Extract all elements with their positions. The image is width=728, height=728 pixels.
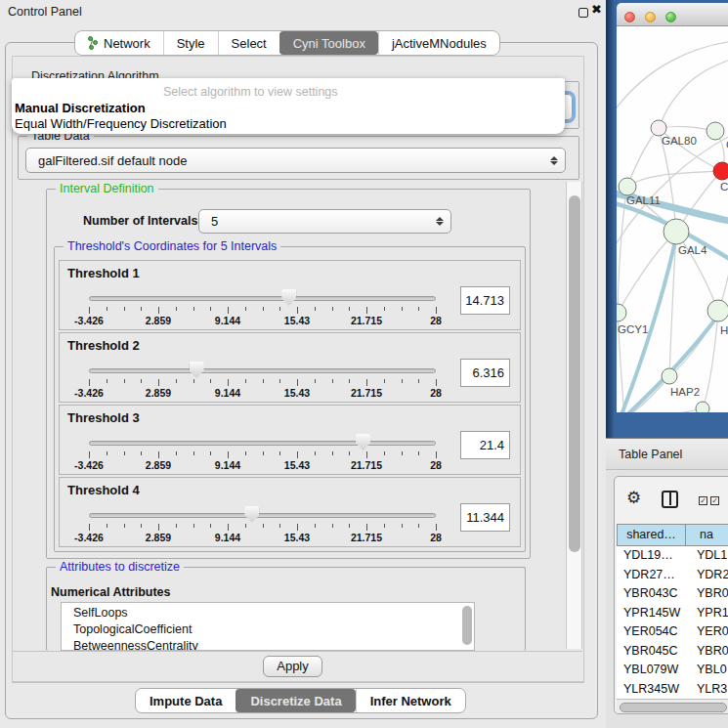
column-header-shared-name[interactable]: shared… [617, 524, 686, 546]
table-hscrollbar-thumb[interactable] [620, 703, 727, 712]
slider-tick [228, 307, 229, 314]
column-header-name[interactable]: na [686, 524, 728, 546]
attribute-list-item[interactable]: BetweennessCentrality [73, 639, 198, 651]
slider-tick [402, 307, 403, 311]
list-scrollbar-thumb[interactable] [462, 606, 472, 645]
close-icon[interactable]: ✖ [591, 2, 602, 17]
bottom-tabbar: Impute DataDiscretize DataInfer Network [135, 688, 466, 713]
network-node-h[interactable] [707, 300, 728, 321]
checkbox-icon[interactable]: ✓ [699, 496, 707, 505]
threshold-value-field[interactable]: 11.344 [460, 503, 510, 532]
slider-tick [210, 379, 211, 383]
slider-scale-label: 28 [430, 387, 442, 399]
network-node-gal11[interactable] [619, 178, 636, 195]
threshold-label: Threshold 1 [67, 266, 140, 280]
dropdown-item-equal-width[interactable]: Equal Width/Frequency Discretization [15, 116, 227, 131]
close-traffic-light[interactable] [624, 12, 635, 22]
column-layout-icon[interactable] [662, 491, 678, 508]
slider-tick [141, 379, 142, 383]
table-row[interactable]: YPR145WYPR1 [617, 604, 728, 623]
slider-tick [402, 451, 403, 455]
table-hscrollbar[interactable] [617, 699, 728, 714]
slider-scale-label: 2.859 [146, 459, 171, 471]
table-row[interactable]: YER054CYER0 [617, 622, 728, 642]
network-node-gal80[interactable] [651, 120, 666, 136]
slider-thumb[interactable] [281, 289, 296, 306]
network-node-ga[interactable] [707, 122, 724, 140]
tab-label: Style [177, 36, 205, 51]
table-row[interactable]: YDR27…YDR2 [617, 566, 728, 585]
tab-select[interactable]: Select [218, 31, 279, 55]
slider-track[interactable] [89, 368, 436, 373]
attributes-group-title: Attributes to discretize [56, 560, 184, 574]
network-node-gal4[interactable] [664, 219, 689, 244]
network-edge[interactable] [659, 56, 728, 128]
gear-icon[interactable]: ⚙ [626, 490, 641, 506]
table-row[interactable]: YDL19…YDL1 [617, 546, 728, 566]
threshold-panel-1: Threshold 1-3.4262.8599.14415.4321.71528… [59, 260, 521, 330]
float-window-icon[interactable] [578, 8, 588, 18]
minimize-traffic-light[interactable] [645, 12, 656, 22]
tab-label: Select [232, 36, 267, 51]
slider-tick [384, 379, 385, 383]
table-data-combo-value: galFiltered.sif default node [26, 153, 543, 168]
threshold-value-field[interactable]: 21.4 [460, 431, 510, 459]
network-node-hap2[interactable] [662, 368, 677, 384]
threshold-panel-3: Threshold 3-3.4262.8599.14415.4321.71528… [59, 405, 521, 475]
slider-tick [279, 451, 280, 455]
slider-thumb[interactable] [356, 434, 370, 450]
slider-thumb[interactable] [244, 506, 259, 523]
tab-network[interactable]: Network [75, 31, 163, 55]
attribute-list-item[interactable]: SelfLoops [73, 606, 128, 620]
network-node-c[interactable] [713, 162, 728, 180]
table-row[interactable]: YBL079WYBL0 [617, 661, 728, 680]
slider-tick [366, 451, 367, 458]
slider-tick [279, 307, 280, 311]
checkbox-icon[interactable]: ✓ [710, 496, 719, 505]
slider-tick [210, 307, 211, 311]
slider-track[interactable] [89, 441, 436, 446]
tab-impute-data[interactable]: Impute Data [136, 689, 236, 712]
slider-scale-label: -3.426 [74, 387, 104, 399]
tab-style[interactable]: Style [163, 31, 218, 55]
network-node[interactable] [696, 402, 709, 412]
dropdown-item-manual[interactable]: Manual Discretization [15, 101, 146, 115]
table-row[interactable]: YBR045CYBR0 [617, 642, 728, 662]
slider-scale-label: 15.43 [284, 459, 310, 471]
tab-infer-network[interactable]: Infer Network [356, 689, 465, 712]
apply-button[interactable]: Apply [263, 656, 322, 677]
num-intervals-combo[interactable]: 5 [198, 209, 451, 234]
slider-thumb[interactable] [190, 362, 204, 378]
table-row[interactable]: YLR345WYLR3 [617, 680, 728, 700]
threshold-value-field[interactable]: 14.713 [460, 286, 510, 315]
attribute-list-item[interactable]: TopologicalCoefficient [73, 622, 192, 636]
interval-definition-title: Interval Definition [56, 182, 158, 195]
slider-track[interactable] [89, 296, 436, 301]
slider-tick [228, 379, 229, 386]
network-canvas[interactable]: GAL80GACGAL11GAL4GCY1HHAP2 [617, 26, 728, 412]
network-edge[interactable] [617, 41, 728, 114]
threshold-panel-4: Threshold 4-3.4262.8599.14415.4321.71528… [59, 477, 521, 547]
cell-name: YBR0 [697, 586, 728, 600]
tab-jactivemnodules[interactable]: jActiveMNodules [378, 31, 499, 55]
threshold-value-field[interactable]: 6.316 [460, 359, 510, 387]
network-node-gcy1[interactable] [617, 304, 626, 321]
table-row[interactable]: YBR043CYBR0 [617, 584, 728, 604]
slider-tick [366, 307, 367, 314]
slider-tick [89, 451, 90, 458]
panel-scrollbar-thumb[interactable] [569, 195, 580, 552]
tab-cyni-toolbox[interactable]: Cyni Toolbox [279, 31, 378, 55]
slider-track[interactable] [89, 513, 436, 518]
network-window-titlebar[interactable] [617, 3, 728, 26]
slider-tick [315, 524, 316, 528]
network-edge[interactable] [627, 128, 659, 187]
slider-scale-label: 2.859 [146, 315, 171, 326]
table-data-combo[interactable]: galFiltered.sif default node [25, 148, 566, 173]
zoom-traffic-light[interactable] [665, 12, 676, 22]
tab-discretize-data[interactable]: Discretize Data [236, 689, 355, 712]
network-edge[interactable] [627, 171, 722, 187]
slider-tick [436, 524, 437, 531]
slider-tick [279, 379, 280, 383]
numerical-attributes-list[interactable]: SelfLoopsTopologicalCoefficientBetweenne… [61, 602, 475, 651]
cell-shared-name: YBR045C [623, 644, 692, 658]
